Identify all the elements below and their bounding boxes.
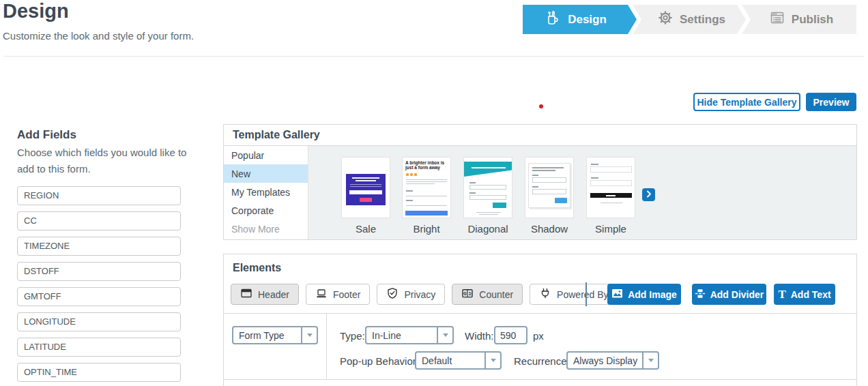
section-divider: [224, 313, 856, 314]
category-tab-my-templates[interactable]: My Templates: [224, 183, 308, 201]
field-chip-cc[interactable]: CC: [17, 211, 181, 231]
element-toggle-row: Header Footer Privacy: [231, 284, 618, 305]
header-toggle-button[interactable]: Header: [231, 284, 299, 305]
type-label: Type:: [340, 330, 365, 342]
stepper-step-design[interactable]: Design: [523, 5, 637, 34]
field-chip-dstoff[interactable]: DSTOFF: [17, 262, 181, 281]
template-name-diagonal: Diagonal: [454, 223, 522, 235]
header-icon: [240, 287, 252, 301]
add-divider-button[interactable]: Add Divider: [692, 284, 766, 305]
page-subtitle: Customize the look and style of your for…: [3, 30, 194, 42]
category-tab-popular[interactable]: Popular: [224, 146, 308, 164]
recurrence-dropdown[interactable]: Always Display: [566, 351, 659, 370]
template-thumbnail-shadow[interactable]: [525, 157, 574, 218]
chevron-down-icon: [437, 327, 452, 343]
stepper-step-label: Publish: [792, 13, 833, 27]
template-gallery-titlebar: Template Gallery: [224, 125, 856, 146]
add-fields-title: Add Fields: [17, 128, 76, 142]
template-thumbnail-simple[interactable]: [586, 157, 635, 218]
page-title: Design: [3, 0, 69, 23]
footer-toggle-button[interactable]: Footer: [306, 284, 370, 305]
field-chip-region[interactable]: REGION: [17, 186, 181, 205]
publish-window-icon: [769, 10, 785, 29]
simple-preview-button: [590, 193, 632, 198]
gallery-next-button[interactable]: [642, 188, 655, 201]
shadow-preview-box: [528, 163, 570, 208]
width-label: Width:: [465, 330, 494, 342]
click-indicator-dot: [539, 104, 543, 108]
chevron-right-icon: [646, 190, 652, 200]
section-divider: [224, 379, 856, 380]
gear-icon: [657, 10, 674, 29]
template-gallery-title: Template Gallery: [233, 129, 320, 141]
sale-preview-block: [346, 174, 386, 205]
template-thumbnail-sale[interactable]: [341, 157, 390, 218]
emoji-icon: [406, 173, 409, 176]
preview-button[interactable]: Preview: [806, 93, 856, 111]
add-fields-description: Choose which fields you would like to ad…: [17, 145, 188, 177]
template-name-bright: Bright: [392, 223, 461, 235]
popup-behavior-label: Pop-up Behavior:: [340, 355, 419, 367]
image-icon: [611, 288, 623, 301]
type-dropdown[interactable]: In-Line: [365, 326, 454, 344]
footer-icon: [315, 287, 328, 301]
hide-template-gallery-button[interactable]: Hide Template Gallery: [693, 93, 800, 111]
text-icon: T: [778, 288, 785, 300]
form-type-dropdown[interactable]: Form Type: [232, 326, 318, 344]
width-unit-label: px: [533, 330, 544, 342]
width-input[interactable]: [494, 326, 527, 344]
template-thumbnail-diagonal[interactable]: [463, 157, 512, 218]
privacy-shield-icon: [386, 287, 399, 301]
divider-icon: [695, 288, 706, 301]
pencil-cup-icon: [544, 9, 562, 30]
add-image-button[interactable]: Add Image: [607, 284, 681, 305]
emoji-icon: [410, 173, 413, 176]
category-tab-new[interactable]: New: [224, 164, 308, 183]
template-name-shadow: Shadow: [515, 223, 583, 235]
field-list: REGION CC TIMEZONE DSTOFF GMTOFF LONGITU…: [17, 186, 181, 382]
stepper-step-settings[interactable]: Settings: [633, 5, 746, 34]
header-divider: [3, 56, 865, 57]
recurrence-label: Recurrence:: [514, 355, 570, 367]
counter-toggle-button[interactable]: 0 1 Counter: [452, 284, 523, 305]
add-text-button[interactable]: T Add Text: [774, 284, 835, 305]
svg-text:1: 1: [469, 291, 472, 297]
svg-text:0: 0: [464, 291, 467, 297]
chevron-down-icon: [484, 353, 500, 368]
field-chip-optin-time[interactable]: OPTIN_TIME: [17, 363, 181, 382]
emoji-icon: [414, 173, 417, 176]
powered-by-toggle-button[interactable]: Powered By: [530, 284, 618, 305]
elements-title: Elements: [233, 262, 281, 274]
toolbar-divider: [585, 282, 587, 306]
field-chip-latitude[interactable]: LATITUDE: [17, 338, 181, 357]
diagonal-preview-band: [464, 162, 512, 177]
template-gallery-panel: Template Gallery Popular New My Template…: [223, 124, 857, 240]
field-chip-longitude[interactable]: LONGITUDE: [17, 312, 181, 331]
category-tab-corporate[interactable]: Corporate: [224, 201, 308, 220]
stepper-step-label: Design: [568, 13, 607, 27]
popup-behavior-dropdown[interactable]: Default: [415, 351, 502, 370]
field-chip-gmtoff[interactable]: GMTOFF: [17, 287, 181, 306]
stepper-step-publish[interactable]: Publish: [742, 5, 856, 34]
template-thumbnail-bright[interactable]: A brighter inbox is just a form away: [402, 157, 451, 218]
template-name-sale: Sale: [332, 223, 400, 235]
privacy-toggle-button[interactable]: Privacy: [377, 284, 445, 305]
template-category-list: Popular New My Templates Corporate Show …: [224, 146, 308, 239]
chevron-down-icon: [301, 327, 317, 343]
template-name-simple: Simple: [577, 223, 645, 235]
field-chip-timezone[interactable]: TIMEZONE: [17, 237, 181, 256]
category-tab-show-more[interactable]: Show More: [224, 220, 308, 238]
template-thumbnails-area: Sale A brighter inbox is just a form awa…: [308, 146, 856, 239]
stepper-step-label: Settings: [680, 13, 725, 27]
elements-panel: Elements Header Footer: [223, 254, 857, 386]
chevron-down-icon: [642, 353, 658, 368]
bright-preview-headline: A brighter inbox is just a form away: [405, 160, 449, 170]
plug-icon: [539, 287, 551, 301]
form-type-cell-divider: [326, 313, 327, 379]
counter-icon: 0 1: [461, 287, 474, 301]
